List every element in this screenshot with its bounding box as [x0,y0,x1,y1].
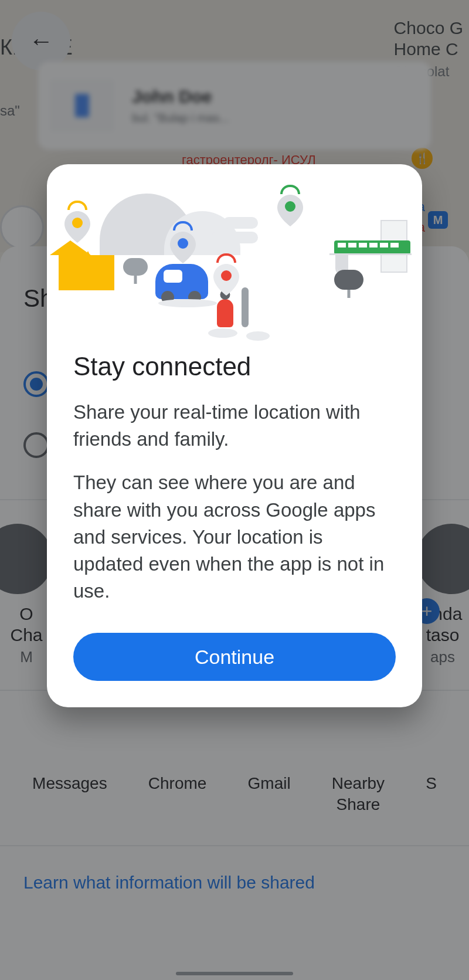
svg-point-2 [221,270,232,281]
dialog-para1: Share your real-time location with frien… [73,399,396,453]
stay-connected-dialog: Stay connected Share your real-time loca… [47,164,422,707]
svg-point-3 [285,201,295,212]
location-pin-icon [64,211,90,245]
location-pin-icon [170,232,196,266]
continue-button[interactable]: Continue [73,633,396,681]
dialog-content: Stay connected Share your real-time loca… [47,346,422,707]
svg-point-0 [72,218,83,228]
location-pin-icon [277,195,303,229]
dialog-title: Stay connected [73,352,396,381]
dialog-illustration [47,164,422,346]
svg-point-1 [178,238,188,249]
dialog-body: Share your real-time location with frien… [73,399,396,605]
dialog-para2: They can see where you are and share wit… [73,469,396,605]
location-pin-icon [213,264,239,298]
